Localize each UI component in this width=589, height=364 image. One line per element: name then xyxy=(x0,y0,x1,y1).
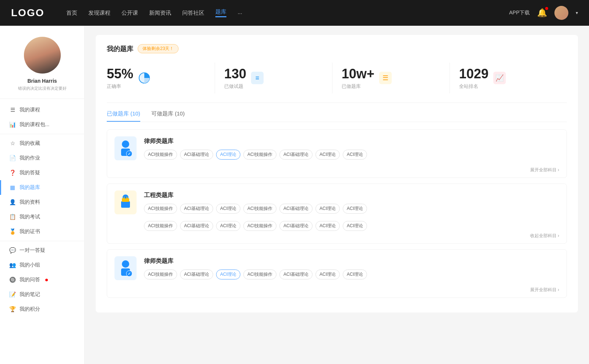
svg-text:✓: ✓ xyxy=(128,272,131,276)
tag-1-0[interactable]: ACI技能操作 xyxy=(144,204,177,214)
avatar xyxy=(24,37,61,74)
user-dropdown-icon[interactable]: ▾ xyxy=(576,10,578,15)
stat-label-done-banks: 已做题库 xyxy=(342,83,374,90)
main-layout: Brian Harris 错误的决定比没有决定要好 ☰ 我的课程 📊 我的课程包… xyxy=(0,26,589,364)
qbank-header-0: ✓ 律师类题库 ACI技能操作 ACI基础理论 ACI理论 ACI技能操作 AC… xyxy=(107,130,567,167)
people-icon: 👤 xyxy=(9,199,16,206)
score-icon: 🏆 xyxy=(9,306,16,313)
sidebar-item-my-qa[interactable]: 🔘 我的问答 xyxy=(0,272,84,287)
qbank-card-0: ✓ 律师类题库 ACI技能操作 ACI基础理论 ACI理论 ACI技能操作 AC… xyxy=(107,129,567,178)
tag-2-2[interactable]: ACI理论 xyxy=(216,270,240,279)
tag-2-0[interactable]: ACI技能操作 xyxy=(144,270,177,279)
main-content: 我的题库 体验剩余23天！ 55% 正确率 xyxy=(85,26,589,364)
sidebar-item-points[interactable]: 🏆 我的积分 xyxy=(0,302,84,317)
file-icon: ☰ xyxy=(9,107,16,113)
tab-available-banks[interactable]: 可做题库 (10) xyxy=(151,110,185,122)
sidebar-item-qbank[interactable]: ▦ 我的题库 xyxy=(0,180,84,195)
chat-icon: 💬 xyxy=(9,247,16,254)
nav-menu: 首页 发现课程 公开课 新闻资讯 问答社区 题库 ··· xyxy=(66,8,509,17)
sidebar-item-favorites[interactable]: ☆ 我的收藏 xyxy=(0,136,84,151)
app-download-btn[interactable]: APP下载 xyxy=(509,10,530,16)
stat-label-accuracy: 正确率 xyxy=(107,83,133,90)
notification-badge xyxy=(545,7,548,10)
tag-1-5[interactable]: ACI理论 xyxy=(315,204,340,214)
logo[interactable]: LOGO xyxy=(11,7,44,19)
nav-home[interactable]: 首页 xyxy=(66,10,77,17)
tag-0-0[interactable]: ACI技能操作 xyxy=(144,150,177,160)
divider-2 xyxy=(0,241,84,241)
tag-r2-1-6[interactable]: ACI理论 xyxy=(343,221,367,231)
tag-0-5[interactable]: ACI理论 xyxy=(315,150,340,160)
sidebar-item-groups[interactable]: 👥 我的小组 xyxy=(0,258,84,272)
tag-0-2[interactable]: ACI理论 xyxy=(216,150,240,160)
nav-news[interactable]: 新闻资讯 xyxy=(149,10,171,17)
nav-qa[interactable]: 问答社区 xyxy=(182,10,204,17)
tag-2-3[interactable]: ACI技能操作 xyxy=(243,270,276,279)
done-banks-icon: ☰ xyxy=(379,71,392,85)
done-questions-icon: ≡ xyxy=(251,71,264,85)
tag-1-3[interactable]: ACI技能操作 xyxy=(243,204,276,214)
tab-done-banks[interactable]: 已做题库 (10) xyxy=(107,110,140,122)
svg-point-10 xyxy=(122,260,129,268)
tag-r2-1-1[interactable]: ACI基础理论 xyxy=(180,221,213,231)
help-icon: ❓ xyxy=(9,169,16,176)
star-icon: ☆ xyxy=(9,140,16,147)
tag-2-6[interactable]: ACI理论 xyxy=(343,270,367,279)
qbank-title-0: 律师类题库 xyxy=(144,138,559,145)
tag-1-6[interactable]: ACI理论 xyxy=(343,204,367,214)
qa-icon: 🔘 xyxy=(9,276,16,283)
nav-discover[interactable]: 发现课程 xyxy=(88,10,110,17)
tag-2-4[interactable]: ACI基础理论 xyxy=(279,270,313,279)
grid-icon: ▦ xyxy=(9,184,16,191)
divider-1 xyxy=(0,134,84,134)
sidebar-item-notes[interactable]: 📝 我的笔记 xyxy=(0,287,84,302)
nav-more[interactable]: ··· xyxy=(237,10,242,16)
expand-btn-2[interactable]: 展开全部科目 › xyxy=(530,287,559,293)
tag-0-4[interactable]: ACI基础理论 xyxy=(279,150,313,160)
expand-btn-1[interactable]: 收起全部科目 › xyxy=(530,233,559,239)
tag-r2-1-5[interactable]: ACI理论 xyxy=(315,221,340,231)
trial-badge: 体验剩余23天！ xyxy=(138,44,179,53)
sidebar-item-courses[interactable]: ☰ 我的课程 xyxy=(0,103,84,117)
stat-number-done-q: 130 xyxy=(224,66,246,82)
sidebar-item-homework[interactable]: 📄 我的作业 xyxy=(0,151,84,165)
sidebar-item-profile[interactable]: 👤 我的资料 xyxy=(0,195,84,210)
stat-accuracy-content: 55% 正确率 xyxy=(107,66,133,90)
stat-done-banks-content: 10w+ 已做题库 xyxy=(342,66,374,90)
sidebar-item-questions[interactable]: ❓ 我的答疑 xyxy=(0,165,84,180)
lawyer-icon: ✓ xyxy=(118,140,133,157)
cert-icon: 🏅 xyxy=(9,228,16,235)
tag-1-1[interactable]: ACI基础理论 xyxy=(180,204,213,214)
qbank-card-1: 工程类题库 ACI技能操作 ACI基础理论 ACI理论 ACI技能操作 ACI基… xyxy=(107,183,567,244)
tag-r2-1-2[interactable]: ACI理论 xyxy=(216,221,240,231)
stat-accuracy: 55% 正确率 xyxy=(107,63,215,93)
expand-btn-0[interactable]: 展开全部科目 › xyxy=(530,167,559,173)
tag-1-4[interactable]: ACI基础理论 xyxy=(279,204,313,214)
tag-2-1[interactable]: ACI基础理论 xyxy=(180,270,213,279)
sidebar-item-tutoring[interactable]: 💬 一对一答疑 xyxy=(0,243,84,258)
tag-r2-1-3[interactable]: ACI技能操作 xyxy=(243,221,276,231)
sidebar-item-certificates[interactable]: 🏅 我的证书 xyxy=(0,224,84,239)
tag-0-6[interactable]: ACI理论 xyxy=(343,150,367,160)
sidebar-profile: Brian Harris 错误的决定比没有决定要好 xyxy=(0,37,84,99)
navbar: LOGO 首页 发现课程 公开课 新闻资讯 问答社区 题库 ··· APP下载 … xyxy=(0,0,589,26)
notification-bell[interactable]: 🔔 xyxy=(537,8,547,18)
tag-1-2[interactable]: ACI理论 xyxy=(216,204,240,214)
svg-text:✓: ✓ xyxy=(128,152,131,156)
sidebar-item-exams[interactable]: 📋 我的考试 xyxy=(0,210,84,224)
svg-rect-6 xyxy=(121,201,130,208)
tag-0-1[interactable]: ACI基础理论 xyxy=(180,150,213,160)
tag-r2-1-4[interactable]: ACI基础理论 xyxy=(279,221,313,231)
sidebar-menu: ☰ 我的课程 📊 我的课程包... ☆ 我的收藏 📄 我的作业 ❓ 我的答疑 ▦ xyxy=(0,99,84,320)
stat-label-done-q: 已做试题 xyxy=(224,83,246,90)
nav-qbank[interactable]: 题库 xyxy=(215,8,226,17)
avatar-figure xyxy=(24,37,61,74)
sidebar-item-course-packages[interactable]: 📊 我的课程包... xyxy=(0,117,84,132)
nav-open-course[interactable]: 公开课 xyxy=(121,10,138,17)
tag-0-3[interactable]: ACI技能操作 xyxy=(243,150,276,160)
tag-2-5[interactable]: ACI理论 xyxy=(315,270,340,279)
tag-r2-1-0[interactable]: ACI技能操作 xyxy=(144,221,177,231)
user-avatar[interactable] xyxy=(554,6,568,20)
lawyer-icon-2: ✓ xyxy=(118,260,133,277)
qbank-tags-2: ACI技能操作 ACI基础理论 ACI理论 ACI技能操作 ACI基础理论 AC… xyxy=(144,270,559,279)
